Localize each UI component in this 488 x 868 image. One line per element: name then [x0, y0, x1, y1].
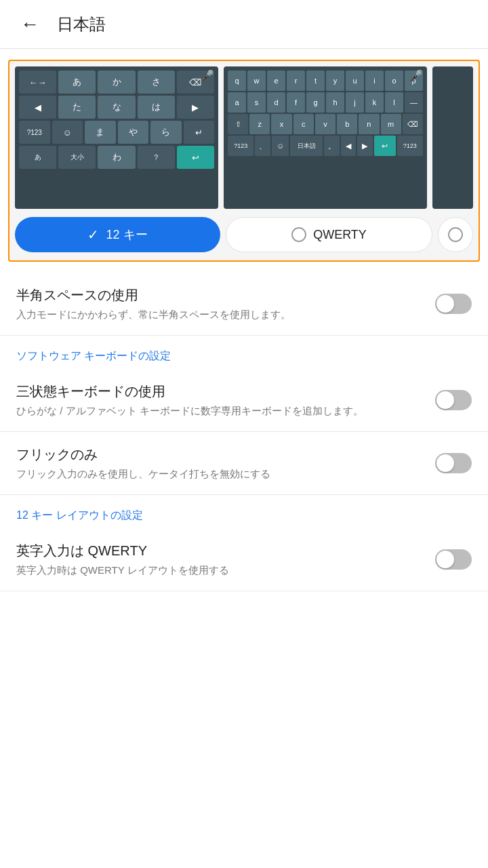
toggle-thumb [436, 295, 454, 313]
kb-key: さ [138, 71, 175, 94]
qk-key: f [287, 92, 305, 113]
flick-only-setting: フリックのみ フリック入力のみを使用し、ケータイ打ちを無効にする [0, 432, 488, 495]
kb-key: は [138, 96, 175, 119]
kb-key: ▶ [177, 96, 214, 119]
third-preview [432, 66, 473, 209]
setting-title: 英字入力は QWERTY [16, 542, 422, 560]
kb-key: か [98, 71, 135, 94]
qwerty-option[interactable]: QWERTY [226, 217, 432, 252]
qk-key: s [247, 92, 266, 113]
toggle-thumb [436, 454, 454, 472]
half-width-space-setting: 半角スペースの使用 入力モードにかかわらず、常に半角スペースを使用します。 [0, 273, 488, 336]
qk-key-enter: ↩ [374, 136, 396, 156]
kb-key: ◀ [19, 96, 56, 119]
qk-key: g [306, 92, 325, 113]
checkmark-icon: ✓ [87, 226, 99, 243]
toggle-thumb [436, 551, 454, 568]
kb-key: ? [138, 146, 175, 169]
flick-only-toggle[interactable] [435, 453, 472, 473]
qk-key: ?123 [397, 136, 423, 156]
three-state-toggle[interactable] [435, 390, 472, 410]
qk-key: ▶ [357, 136, 372, 156]
setting-text: フリックのみ フリック入力のみを使用し、ケータイ打ちを無効にする [16, 446, 435, 481]
kb-key: ☺ [52, 121, 83, 144]
setting-title: フリックのみ [16, 446, 422, 464]
twelve-key-layout-section-link[interactable]: 12 キー レイアウトの設定 [0, 495, 488, 528]
kb-key: ら [150, 121, 182, 144]
half-width-space-toggle[interactable] [435, 294, 472, 314]
qk-key: — [405, 92, 423, 113]
qk-key: o [385, 71, 403, 91]
qk-key: r [287, 71, 305, 91]
qk-key: 、 [255, 136, 270, 156]
software-keyboard-section-link[interactable]: ソフトウェア キーボードの設定 [0, 336, 488, 369]
qk-key: ?123 [228, 136, 253, 156]
kb-key: や [118, 121, 149, 144]
twelve-key-option[interactable]: ✓ 12 キー [15, 217, 220, 252]
twelve-key-layout-link-text[interactable]: 12 キー レイアウトの設定 [16, 509, 143, 521]
radio-circle-icon [291, 227, 306, 242]
qk-key: k [365, 92, 384, 113]
qk-key: y [326, 71, 344, 91]
qk-key: a [228, 92, 246, 113]
setting-text: 英字入力は QWERTY 英字入力時は QWERTY レイアウトを使用する [16, 542, 435, 577]
mic-icon-qwerty: 🎤 [409, 69, 423, 82]
kb-key-enter: ↩ [177, 146, 214, 169]
qk-key: h [326, 92, 344, 113]
qk-key: j [346, 92, 364, 113]
qk-key: v [315, 114, 336, 134]
qk-key: 日本語 [290, 136, 323, 156]
english-qwerty-toggle[interactable] [435, 549, 472, 570]
twelve-key-preview[interactable]: 🎤 ←→ あ か さ ⌫ ◀ た な は ▶ ?123 ☺ ま [15, 66, 218, 209]
english-qwerty-setting: 英字入力は QWERTY 英字入力時は QWERTY レイアウトを使用する [0, 528, 488, 591]
qwerty-preview[interactable]: 🎤 q w e r t y u i o p a s d f g h [224, 66, 427, 209]
qk-key: c [293, 114, 314, 134]
qk-key: d [267, 92, 285, 113]
header: ← 日本語 [0, 0, 488, 49]
qwerty-label: QWERTY [313, 228, 367, 242]
qk-key: x [271, 114, 291, 134]
kb-key: た [58, 96, 96, 119]
setting-title: 半角スペースの使用 [16, 286, 422, 304]
setting-title: 三状態キーボードの使用 [16, 382, 422, 401]
kb-key: あ [19, 146, 56, 169]
qk-key: z [249, 114, 270, 134]
back-button[interactable]: ← [14, 8, 46, 41]
qk-key: i [365, 71, 384, 91]
twelve-key-label: 12 キー [106, 226, 147, 243]
qk-key: b [337, 114, 357, 134]
qk-key: ⌫ [403, 114, 423, 134]
keyboard-options: ✓ 12 キー QWERTY [15, 217, 473, 252]
qk-key: 。 [324, 136, 339, 156]
qk-key: ☺ [272, 136, 289, 156]
setting-desc: ひらがな / アルファベット キーボードに数字専用キーボードを追加します。 [16, 403, 422, 418]
three-state-keyboard-setting: 三状態キーボードの使用 ひらがな / アルファベット キーボードに数字専用キーボ… [0, 369, 488, 432]
qk-key: w [247, 71, 266, 91]
qk-key: l [385, 92, 403, 113]
setting-desc: 入力モードにかかわらず、常に半角スペースを使用します。 [16, 307, 422, 321]
kb-key: ←→ [19, 71, 56, 94]
qk-key: u [346, 71, 364, 91]
mic-icon: 🎤 [201, 69, 214, 82]
software-keyboard-link-text[interactable]: ソフトウェア キーボードの設定 [16, 350, 171, 361]
setting-desc: 英字入力時は QWERTY レイアウトを使用する [16, 563, 422, 577]
toggle-thumb [436, 391, 454, 409]
qk-key: n [359, 114, 379, 134]
kb-key: ↵ [184, 121, 215, 144]
qk-key: e [267, 71, 285, 91]
setting-text: 半角スペースの使用 入力モードにかかわらず、常に半角スペースを使用します。 [16, 286, 435, 321]
kb-key: 大小 [58, 146, 96, 169]
setting-text: 三状態キーボードの使用 ひらがな / アルファベット キーボードに数字専用キーボ… [16, 382, 435, 418]
setting-desc: フリック入力のみを使用し、ケータイ打ちを無効にする [16, 467, 422, 481]
kb-key: あ [58, 71, 96, 94]
qk-key: m [381, 114, 401, 134]
page-title: 日本語 [57, 14, 106, 35]
kb-key: わ [98, 146, 135, 169]
back-arrow-icon: ← [20, 14, 39, 35]
kb-key: ま [85, 121, 116, 144]
third-option[interactable] [438, 217, 473, 252]
qk-key: q [228, 71, 246, 91]
kb-key: ?123 [19, 121, 50, 144]
qk-key: t [306, 71, 325, 91]
radio-circle-icon-3 [448, 227, 463, 242]
